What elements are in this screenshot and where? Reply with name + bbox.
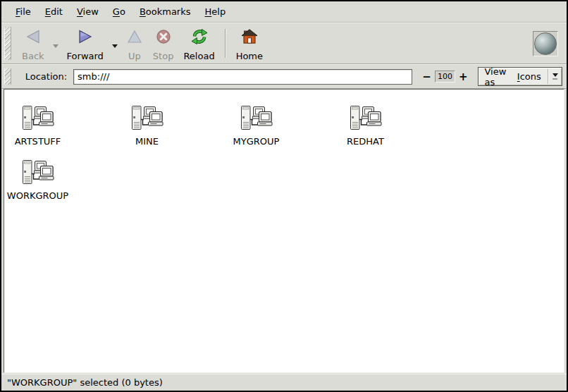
menu-bookmarks-label: ookmarks — [146, 6, 191, 17]
network-workgroup-icon — [349, 105, 383, 133]
status-bar: "WORKGROUP" selected (0 bytes) — [1, 374, 567, 391]
menu-edit-mnemonic: E — [45, 6, 51, 17]
icon-row: WORKGROUP — [4, 159, 420, 201]
chevron-down-icon — [53, 44, 58, 48]
menu-bookmarks-mnemonic: B — [140, 6, 146, 17]
icon-row: ARTSTUFF MINE MYGROUP REDHAT — [4, 105, 420, 147]
forward-button[interactable]: Forward — [62, 24, 109, 63]
toolbar-drag-handle[interactable] — [4, 27, 11, 60]
menu-go[interactable]: Go — [106, 3, 132, 20]
back-history-dropdown[interactable] — [49, 30, 62, 63]
arrow-right-icon — [77, 27, 94, 46]
toolbar-separator — [225, 29, 226, 58]
arrow-left-icon — [25, 27, 42, 46]
workgroup-item[interactable]: WORKGROUP — [4, 159, 92, 201]
forward-history-dropdown[interactable] — [109, 30, 121, 63]
view-as-dropdown[interactable]: View as Icons — [478, 67, 562, 86]
back-button[interactable]: Back — [17, 24, 49, 63]
view-as-label: View as Icons — [479, 68, 548, 85]
chevron-down-icon — [552, 73, 558, 77]
dropdown-dash — [552, 78, 557, 80]
workgroup-item[interactable]: MYGROUP — [202, 105, 311, 147]
menu-view-mnemonic: V — [77, 6, 83, 17]
network-workgroup-icon — [21, 105, 55, 133]
zoom-out-button[interactable]: − — [419, 71, 435, 82]
file-manager-window: File Edit View Go Bookmarks Help Back Fo… — [0, 0, 568, 392]
location-bar: Location: − 100 + View as Icons — [1, 64, 567, 89]
menu-bar: File Edit View Go Bookmarks Help — [1, 1, 567, 23]
throbber-frame — [533, 31, 558, 56]
workgroup-item[interactable]: REDHAT — [311, 105, 420, 147]
network-workgroup-icon — [240, 105, 273, 133]
workgroup-item[interactable]: MINE — [92, 105, 202, 147]
menu-file[interactable]: File — [8, 3, 38, 20]
up-button-label: Up — [128, 51, 141, 61]
stop-button-label: Stop — [153, 51, 174, 61]
home-button[interactable]: Home — [231, 24, 268, 63]
icon-grid: ARTSTUFF MINE MYGROUP REDHAT W — [4, 105, 420, 201]
menu-edit[interactable]: Edit — [38, 3, 70, 20]
reload-button-label: Reload — [183, 51, 214, 61]
menu-edit-label: dit — [51, 6, 63, 17]
stop-icon — [156, 27, 171, 46]
tool-bar: Back Forward Up Stop Reload Home — [1, 23, 567, 64]
menu-help-mnemonic: H — [205, 6, 212, 17]
up-button[interactable]: Up — [121, 24, 148, 63]
zoom-in-button[interactable]: + — [455, 71, 471, 82]
view-as-arrow-button[interactable] — [549, 68, 562, 85]
arrow-up-icon — [126, 27, 143, 46]
menu-bookmarks[interactable]: Bookmarks — [132, 3, 198, 20]
reload-icon — [191, 27, 208, 46]
icon-view-canvas: ARTSTUFF MINE MYGROUP REDHAT W — [4, 89, 564, 373]
stop-button[interactable]: Stop — [148, 24, 179, 63]
location-label: Location: — [25, 71, 67, 82]
sphere-throbber-icon — [534, 32, 557, 55]
location-input[interactable] — [73, 69, 412, 85]
home-icon — [241, 27, 258, 46]
home-button-label: Home — [236, 51, 263, 61]
workgroup-item-label: ARTSTUFF — [15, 137, 61, 147]
chevron-down-icon — [112, 44, 118, 48]
workgroup-item[interactable]: ARTSTUFF — [4, 105, 92, 147]
workgroup-item-label: MINE — [135, 137, 159, 147]
menu-help[interactable]: Help — [198, 3, 233, 20]
zoom-level-indicator[interactable]: 100 — [435, 71, 455, 82]
menu-help-label: elp — [211, 6, 226, 17]
menu-view[interactable]: View — [70, 3, 106, 20]
forward-button-label: Forward — [67, 51, 104, 61]
back-button-label: Back — [22, 51, 44, 61]
locationbar-drag-handle[interactable] — [4, 68, 11, 85]
workgroup-item-label: WORKGROUP — [7, 191, 68, 201]
workgroup-item-label: MYGROUP — [233, 137, 280, 147]
status-text: "WORKGROUP" selected (0 bytes) — [7, 377, 163, 388]
network-workgroup-icon — [21, 159, 55, 188]
network-workgroup-icon — [130, 105, 164, 133]
menu-file-label: ile — [20, 6, 31, 17]
menu-view-label: iew — [83, 6, 99, 17]
menu-go-mnemonic: G — [113, 6, 120, 17]
view-as-label-rest: cons — [520, 71, 541, 82]
menu-go-label: o — [120, 6, 125, 17]
workgroup-item-label: REDHAT — [347, 137, 384, 147]
view-as-label-pre: View as — [485, 66, 517, 87]
reload-button[interactable]: Reload — [178, 24, 219, 63]
